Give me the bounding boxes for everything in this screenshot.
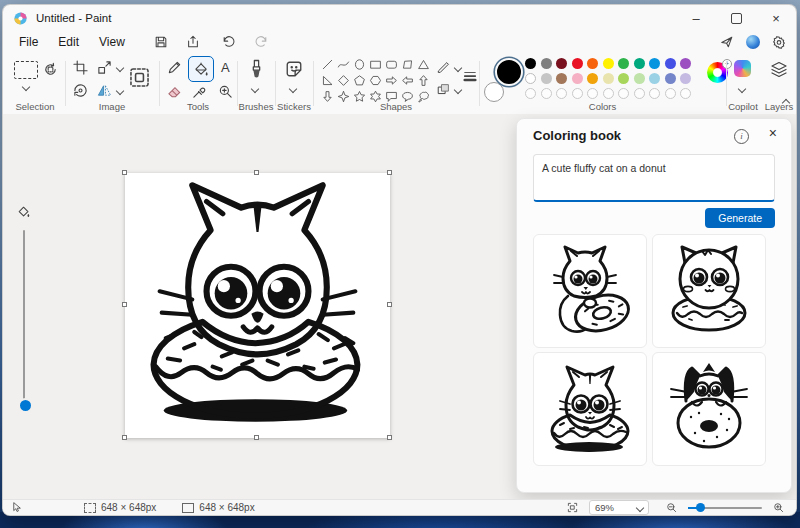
color-swatch[interactable] xyxy=(680,73,691,84)
sticker-icon[interactable] xyxy=(285,60,303,78)
stickers-dropdown-chevron[interactable] xyxy=(289,85,297,93)
undo-button[interactable] xyxy=(217,33,241,51)
close-button[interactable]: × xyxy=(756,5,796,31)
color-swatch[interactable] xyxy=(634,58,645,69)
color-swatch[interactable] xyxy=(541,73,552,84)
shape-arrow-right[interactable] xyxy=(384,73,399,88)
fill-dropdown-chevron[interactable] xyxy=(454,86,462,94)
shape-hexagon[interactable] xyxy=(368,73,383,88)
empty-color-slot[interactable] xyxy=(649,88,660,99)
selection-handle[interactable] xyxy=(387,435,392,440)
zoom-slider[interactable] xyxy=(688,507,762,509)
shape-rectangle[interactable] xyxy=(368,57,383,72)
shape-arrow-up[interactable] xyxy=(416,73,431,88)
color-swatch[interactable] xyxy=(525,73,536,84)
empty-color-slot[interactable] xyxy=(556,88,567,99)
result-thumbnail-fluffy-cat-on-donut[interactable] xyxy=(652,234,766,348)
color-swatch[interactable] xyxy=(649,58,660,69)
empty-color-slot[interactable] xyxy=(618,88,629,99)
selection-dropdown-chevron[interactable] xyxy=(22,83,30,91)
brush-icon[interactable] xyxy=(248,59,265,79)
layers-icon[interactable] xyxy=(770,61,788,79)
shape-diamond[interactable] xyxy=(336,73,351,88)
color-swatch[interactable] xyxy=(603,73,614,84)
shape-size-icon[interactable] xyxy=(463,69,477,83)
color-swatch[interactable] xyxy=(556,73,567,84)
rectangle-select-icon[interactable] xyxy=(14,61,38,79)
color-swatch[interactable] xyxy=(665,58,676,69)
vertical-slider-track[interactable] xyxy=(23,230,25,402)
empty-color-slot[interactable] xyxy=(634,88,645,99)
menu-edit[interactable]: Edit xyxy=(48,33,89,51)
outline-dropdown-chevron[interactable] xyxy=(454,64,462,72)
empty-color-slot[interactable] xyxy=(525,88,536,99)
empty-color-slot[interactable] xyxy=(572,88,583,99)
canvas[interactable] xyxy=(125,173,390,438)
result-thumbnail-tuxedo-cat-behind-donut[interactable] xyxy=(652,352,766,466)
color-swatch[interactable] xyxy=(618,58,629,69)
pencil-tool-icon[interactable] xyxy=(167,60,182,75)
shape-line[interactable] xyxy=(320,57,335,72)
color-swatch[interactable] xyxy=(541,58,552,69)
text-tool-icon[interactable]: A xyxy=(221,60,230,75)
selection-handle[interactable] xyxy=(387,170,392,175)
menu-file[interactable]: File xyxy=(9,33,48,51)
copilot-icon[interactable] xyxy=(734,60,751,77)
result-thumbnail-cat-hugging-donut[interactable] xyxy=(533,234,647,348)
share-button[interactable] xyxy=(181,33,205,51)
empty-color-slot[interactable] xyxy=(541,88,552,99)
color-swatch[interactable] xyxy=(587,73,598,84)
shape-rounded-rectangle[interactable] xyxy=(384,57,399,72)
zoom-in-icon[interactable] xyxy=(773,502,784,513)
resize-dropdown-chevron[interactable] xyxy=(116,64,124,72)
selection-handle[interactable] xyxy=(122,302,127,307)
color-swatch[interactable] xyxy=(649,73,660,84)
empty-color-slot[interactable] xyxy=(680,88,691,99)
shape-fill-icon[interactable] xyxy=(437,83,450,96)
redo-button[interactable] xyxy=(249,33,273,51)
color-swatch[interactable] xyxy=(556,58,567,69)
selection-handle[interactable] xyxy=(387,302,392,307)
zoom-level-dropdown[interactable]: 69% xyxy=(589,500,649,515)
shape-triangle[interactable] xyxy=(416,57,431,72)
empty-color-slot[interactable] xyxy=(603,88,614,99)
selection-handle[interactable] xyxy=(254,435,259,440)
generate-button[interactable]: Generate xyxy=(705,208,775,228)
settings-gear-icon[interactable] xyxy=(772,35,786,49)
color-swatch[interactable] xyxy=(634,73,645,84)
magnifier-tool-icon[interactable] xyxy=(218,84,233,99)
eraser-tool-icon[interactable] xyxy=(167,84,182,99)
rotate-icon[interactable] xyxy=(73,83,88,98)
selection-handle[interactable] xyxy=(122,170,127,175)
copilot-badge-icon[interactable] xyxy=(746,35,760,49)
minimize-button[interactable]: – xyxy=(676,5,716,31)
zoom-slider-thumb[interactable] xyxy=(696,503,705,512)
selection-handle[interactable] xyxy=(254,170,259,175)
zoom-out-icon[interactable] xyxy=(666,502,677,513)
shape-curve[interactable] xyxy=(336,57,351,72)
vertical-slider-thumb[interactable] xyxy=(18,398,33,413)
shape-polygon[interactable] xyxy=(400,57,415,72)
flip-dropdown-chevron[interactable] xyxy=(116,87,124,95)
flip-icon[interactable] xyxy=(97,83,112,98)
color-swatch[interactable] xyxy=(665,73,676,84)
copilot-dropdown-chevron[interactable] xyxy=(738,85,746,93)
color-swatch[interactable] xyxy=(587,58,598,69)
shape-right-triangle[interactable] xyxy=(320,73,335,88)
resize-icon[interactable] xyxy=(97,60,112,75)
result-thumbnail-cat-head-in-donut[interactable] xyxy=(533,352,647,466)
color-swatch[interactable] xyxy=(572,73,583,84)
color-2-well[interactable] xyxy=(484,82,504,102)
color-swatch[interactable] xyxy=(618,73,629,84)
color-swatch[interactable] xyxy=(572,58,583,69)
brushes-dropdown-chevron[interactable] xyxy=(251,85,259,93)
shape-arrow-left[interactable] xyxy=(400,73,415,88)
color-swatch[interactable] xyxy=(680,58,691,69)
shape-outline-icon[interactable] xyxy=(437,61,450,74)
selection-handle[interactable] xyxy=(122,435,127,440)
maximize-button[interactable] xyxy=(716,5,756,31)
empty-color-slot[interactable] xyxy=(587,88,598,99)
panel-close-icon[interactable]: × xyxy=(769,125,777,141)
info-icon[interactable]: i xyxy=(734,129,749,144)
menu-view[interactable]: View xyxy=(89,33,135,51)
